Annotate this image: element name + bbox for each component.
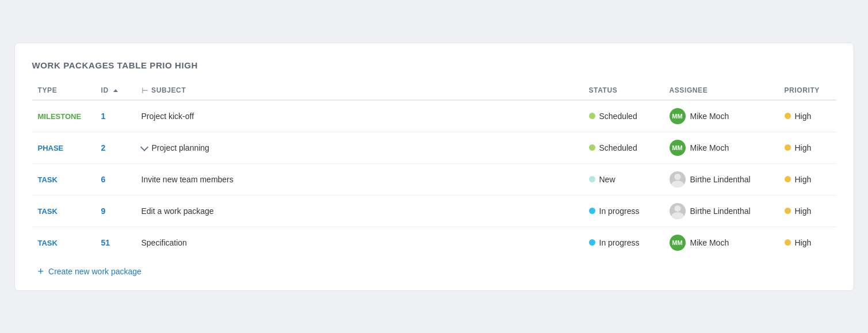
- table-row: TASK51SpecificationIn progressMMMike Moc…: [32, 227, 836, 258]
- cell-subject[interactable]: Edit a work package: [136, 195, 583, 227]
- sort-id-icon: [113, 89, 118, 92]
- cell-assignee: Birthe Lindenthal: [664, 195, 779, 227]
- subject-text: Project planning: [152, 143, 209, 152]
- avatar: [670, 171, 686, 187]
- cell-type[interactable]: PHASE: [32, 132, 95, 163]
- priority-label: High: [795, 206, 812, 216]
- avatar: [670, 203, 686, 219]
- cell-assignee: MMMike Moch: [664, 227, 779, 258]
- cell-assignee: Birthe Lindenthal: [664, 163, 779, 195]
- col-header-priority: PRIORITY: [779, 82, 836, 100]
- status-dot: [589, 144, 595, 151]
- id-link[interactable]: 2: [101, 143, 106, 152]
- status-dot: [589, 176, 595, 182]
- cell-priority: High: [779, 100, 836, 132]
- table-row: TASK9Edit a work packageIn progressBirth…: [32, 195, 836, 227]
- create-work-package-button[interactable]: + Create new work package: [32, 258, 836, 277]
- cell-subject[interactable]: Specification: [136, 227, 583, 258]
- cell-priority: High: [779, 227, 836, 258]
- hierarchy-icon: ⊢: [142, 86, 148, 95]
- cell-status: In progress: [583, 195, 664, 227]
- work-packages-table: TYPE ID ⊢ SUBJECT: [32, 82, 836, 258]
- priority-label: High: [795, 112, 812, 121]
- subject-text: Edit a work package: [142, 206, 214, 216]
- col-header-status: STATUS: [583, 82, 664, 100]
- cell-id[interactable]: 1: [95, 100, 136, 132]
- assignee-name: Mike Moch: [690, 238, 729, 247]
- status-label: Scheduled: [599, 112, 637, 121]
- avatar: MM: [670, 108, 686, 124]
- assignee-name: Birthe Lindenthal: [690, 175, 751, 184]
- cell-type[interactable]: TASK: [32, 195, 95, 227]
- priority-dot: [785, 144, 791, 151]
- col-header-id[interactable]: ID: [95, 82, 136, 100]
- status-label: In progress: [599, 238, 640, 247]
- cell-type[interactable]: MILESTONE: [32, 100, 95, 132]
- table-row: TASK6Invite new team membersNewBirthe Li…: [32, 163, 836, 195]
- priority-dot: [785, 239, 791, 246]
- assignee-name: Mike Moch: [690, 143, 729, 152]
- card-title: WORK PACKAGES TABLE PRIO HIGH: [32, 60, 836, 70]
- priority-dot: [785, 176, 791, 182]
- create-label: Create new work package: [48, 267, 142, 276]
- col-header-type: TYPE: [32, 82, 95, 100]
- priority-label: High: [795, 175, 812, 184]
- cell-status: In progress: [583, 227, 664, 258]
- priority-dot: [785, 113, 791, 119]
- cell-status: Scheduled: [583, 132, 664, 163]
- cell-id[interactable]: 9: [95, 195, 136, 227]
- id-link[interactable]: 6: [101, 175, 106, 184]
- status-dot: [589, 208, 595, 214]
- assignee-name: Birthe Lindenthal: [690, 206, 751, 216]
- type-label: MILESTONE: [38, 112, 82, 121]
- subject-text: Invite new team members: [142, 175, 234, 184]
- table-row: MILESTONE1Project kick-offScheduledMMMik…: [32, 100, 836, 132]
- type-label: TASK: [38, 175, 58, 184]
- status-dot: [589, 239, 595, 246]
- cell-id[interactable]: 2: [95, 132, 136, 163]
- status-label: New: [599, 175, 615, 184]
- cell-subject[interactable]: Project kick-off: [136, 100, 583, 132]
- type-label: TASK: [38, 239, 58, 247]
- type-label: PHASE: [38, 144, 64, 152]
- cell-assignee: MMMike Moch: [664, 100, 779, 132]
- chevron-down-icon[interactable]: [140, 143, 148, 151]
- status-label: In progress: [599, 206, 640, 216]
- id-link[interactable]: 1: [101, 112, 106, 121]
- cell-type[interactable]: TASK: [32, 163, 95, 195]
- work-packages-card: WORK PACKAGES TABLE PRIO HIGH TYPE ID: [14, 43, 854, 291]
- priority-label: High: [795, 238, 812, 247]
- subject-text: Project kick-off: [142, 112, 194, 121]
- id-link[interactable]: 51: [101, 238, 110, 247]
- id-link[interactable]: 9: [101, 206, 106, 216]
- cell-subject[interactable]: Project planning: [136, 132, 583, 163]
- cell-subject[interactable]: Invite new team members: [136, 163, 583, 195]
- type-label: TASK: [38, 207, 58, 216]
- avatar: MM: [670, 235, 686, 251]
- cell-assignee: MMMike Moch: [664, 132, 779, 163]
- status-label: Scheduled: [599, 143, 637, 152]
- col-header-subject[interactable]: ⊢ SUBJECT: [136, 82, 583, 100]
- cell-status: New: [583, 163, 664, 195]
- table-row: PHASE2Project planningScheduledMMMike Mo…: [32, 132, 836, 163]
- subject-text: Specification: [142, 238, 187, 247]
- cell-priority: High: [779, 132, 836, 163]
- cell-status: Scheduled: [583, 100, 664, 132]
- cell-id[interactable]: 6: [95, 163, 136, 195]
- cell-priority: High: [779, 195, 836, 227]
- plus-icon: +: [38, 266, 44, 277]
- cell-type[interactable]: TASK: [32, 227, 95, 258]
- cell-id[interactable]: 51: [95, 227, 136, 258]
- col-header-assignee: ASSIGNEE: [664, 82, 779, 100]
- avatar: MM: [670, 140, 686, 156]
- priority-label: High: [795, 143, 812, 152]
- priority-dot: [785, 208, 791, 214]
- status-dot: [589, 113, 595, 119]
- cell-priority: High: [779, 163, 836, 195]
- assignee-name: Mike Moch: [690, 112, 729, 121]
